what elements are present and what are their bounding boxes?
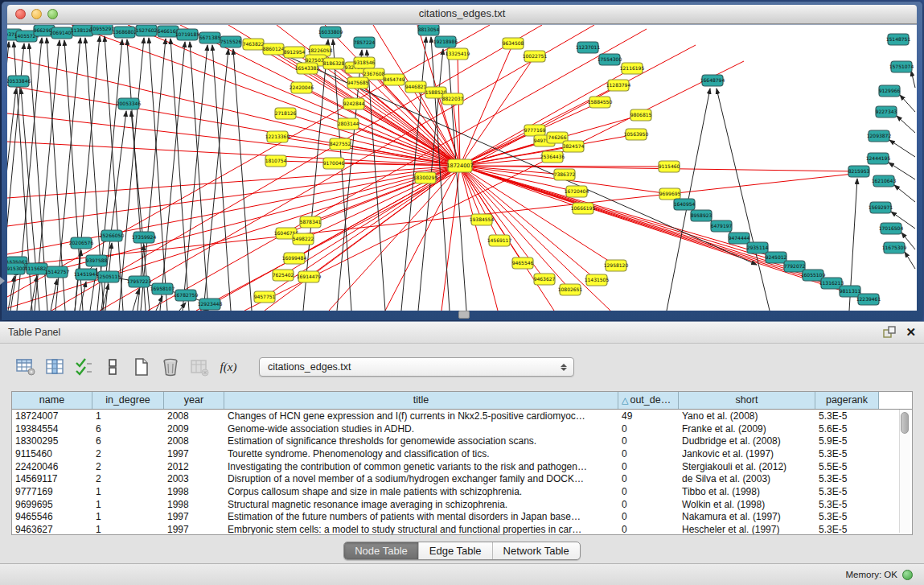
window-titlebar[interactable]: citations_edges.txt: [7, 5, 917, 24]
import-table-icon[interactable]: [190, 357, 209, 377]
divider-collapse-arrow[interactable]: [0, 277, 5, 285]
graph-node[interactable]: 10719185: [175, 29, 200, 40]
graph-node[interactable]: 18724007: [446, 159, 473, 172]
graph-node[interactable]: 9463627: [534, 274, 556, 285]
graph-node[interactable]: 12093872: [867, 130, 892, 142]
graph-node[interactable]: 9457751: [254, 291, 276, 303]
split-divider-handle[interactable]: [458, 311, 470, 319]
graph-node[interactable]: 17359924: [132, 232, 157, 243]
scrollbar-thumb[interactable]: [901, 412, 909, 434]
delete-icon[interactable]: [161, 357, 180, 377]
graph-node[interactable]: 11283794: [606, 80, 631, 91]
graph-node[interactable]: 16543382: [295, 63, 320, 74]
column-header-out_de[interactable]: △out_de…: [618, 392, 679, 409]
graph-node[interactable]: 12958120: [604, 260, 629, 271]
graph-node[interactable]: 16099484: [282, 253, 307, 264]
graph-node[interactable]: 10666195: [571, 203, 596, 214]
tab-edge-table[interactable]: Edge Table: [419, 542, 493, 559]
graph-node[interactable]: 9242844: [343, 98, 365, 109]
graph-node[interactable]: 13325419: [446, 48, 470, 60]
graph-node[interactable]: 7386372: [554, 169, 576, 180]
graph-node[interactable]: 8860124: [263, 43, 285, 55]
table-row[interactable]: 1872400712008Changes of HCN gene express…: [12, 410, 912, 422]
select-checks-icon[interactable]: [74, 357, 93, 377]
graph-node[interactable]: 11237011: [576, 42, 601, 53]
tab-network-table[interactable]: Network Table: [493, 542, 580, 559]
graph-node[interactable]: 1527602: [136, 25, 158, 36]
graph-node[interactable]: 9474444: [729, 233, 750, 244]
graph-node[interactable]: 16782759: [174, 290, 199, 301]
graph-node[interactable]: 9699695: [659, 188, 681, 200]
graph-node[interactable]: 9777169: [524, 125, 546, 136]
graph-node[interactable]: 9318546: [354, 57, 376, 68]
graph-node[interactable]: 16720404: [565, 186, 589, 197]
graph-node[interactable]: 10955297: [90, 25, 115, 35]
graph-node[interactable]: 17554300: [598, 54, 622, 65]
graph-node[interactable]: 8215953: [848, 166, 870, 177]
table-select-dropdown[interactable]: citations_edges.txt: [259, 357, 574, 377]
function-icon[interactable]: f(x): [219, 357, 238, 377]
graph-node[interactable]: 25364436: [540, 151, 565, 163]
graph-node[interactable]: 10563950: [624, 129, 649, 140]
graph-node[interactable]: 9129966: [879, 85, 901, 97]
graph-node[interactable]: 6671385: [199, 32, 221, 43]
graph-node[interactable]: 20533846: [7, 76, 31, 87]
graph-node[interactable]: 11431505: [585, 274, 610, 286]
graph-node[interactable]: 22420046: [290, 82, 314, 93]
graph-node[interactable]: 12923448: [198, 299, 223, 310]
graph-node[interactable]: 16210643: [872, 175, 897, 187]
graph-node[interactable]: 20053346: [117, 98, 142, 109]
graph-node[interactable]: 9806815: [630, 109, 652, 121]
graph-node[interactable]: 10022751: [523, 51, 548, 62]
graph-node[interactable]: 15751074: [889, 61, 914, 72]
graph-node[interactable]: 3824574: [563, 141, 585, 152]
graph-node[interactable]: 16914479: [297, 271, 322, 282]
graph-node[interactable]: 7857224: [354, 37, 376, 48]
graph-node[interactable]: 7792072: [784, 261, 806, 272]
network-graph-canvas[interactable]: 1872400710937170140557249662902206914061…: [7, 24, 917, 311]
float-panel-icon[interactable]: [883, 326, 896, 339]
table-row[interactable]: 1938455462009Genome-wide association stu…: [12, 422, 912, 435]
graph-node[interactable]: 12213369: [265, 131, 290, 142]
table-row[interactable]: 946554611997Estimation of the future num…: [12, 511, 912, 524]
column-header-short[interactable]: short: [679, 392, 815, 409]
graph-node[interactable]: 6479197: [711, 220, 733, 232]
graph-node[interactable]: 9115460: [659, 161, 680, 172]
graph-node[interactable]: 15142757: [45, 266, 70, 278]
graph-node[interactable]: 2718126: [275, 108, 297, 119]
close-panel-icon[interactable]: ✕: [906, 327, 916, 338]
graph-node[interactable]: 7463822: [243, 39, 265, 50]
memory-status-indicator[interactable]: [902, 570, 913, 580]
table-row[interactable]: 946362711997Embryonic stem cells: a mode…: [12, 523, 912, 535]
graph-node[interactable]: 7625402: [273, 270, 294, 281]
graph-node[interactable]: 9227343: [876, 106, 897, 117]
graph-node[interactable]: 9634508: [503, 38, 524, 49]
graph-node[interactable]: 2803144: [338, 118, 359, 130]
new-document-icon[interactable]: [132, 357, 151, 377]
graph-node[interactable]: 8813054: [418, 25, 440, 35]
column-header-in_degree[interactable]: in_degree: [92, 392, 164, 409]
graph-node[interactable]: 3915300: [7, 263, 26, 274]
table-row[interactable]: 2242004622012Investigating the contribut…: [12, 460, 912, 473]
graph-node[interactable]: 12239461: [856, 294, 881, 305]
table-row[interactable]: 969969511998Structural magnetic resonanc…: [12, 498, 912, 511]
rows-icon[interactable]: [103, 357, 122, 377]
graph-node[interactable]: 8427552: [330, 138, 351, 150]
graph-node[interactable]: 9170046: [323, 158, 345, 169]
graph-node[interactable]: 5498222: [293, 233, 314, 245]
graph-node[interactable]: 7515526: [220, 36, 242, 47]
graph-node[interactable]: 9245012: [766, 252, 787, 263]
graph-node[interactable]: 17016504: [879, 223, 904, 234]
graph-node[interactable]: 15884550: [588, 97, 613, 108]
graph-node[interactable]: 8454749: [384, 74, 405, 85]
graph-node[interactable]: 9811311: [840, 286, 861, 297]
graph-node[interactable]: 16033809: [318, 27, 343, 38]
graph-node[interactable]: 11675309: [882, 242, 907, 253]
graph-node[interactable]: 13686802: [113, 27, 138, 38]
table-row[interactable]: 1456911722003Disruption of a novel membe…: [12, 472, 912, 485]
tab-node-table[interactable]: Node Table: [344, 542, 419, 559]
table-row[interactable]: 1830029562008Estimation of significance …: [12, 435, 912, 447]
graph-node[interactable]: 15692971: [869, 202, 893, 213]
graph-node[interactable]: 9465546: [512, 257, 534, 269]
graph-node[interactable]: 8186328: [323, 58, 345, 69]
